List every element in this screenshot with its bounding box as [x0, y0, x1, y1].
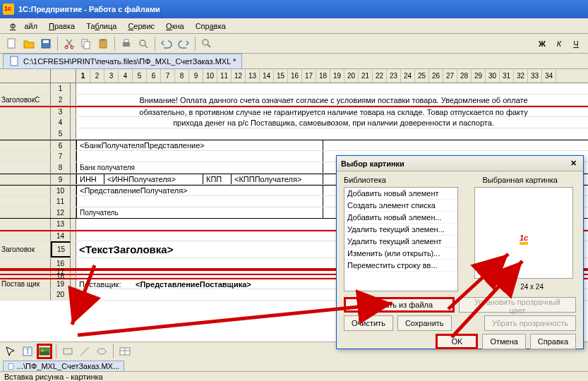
open-icon[interactable]: [21, 36, 37, 52]
save-image-button[interactable]: Сохранить: [397, 315, 452, 331]
zoom-icon[interactable]: [199, 36, 215, 52]
list-item[interactable]: Удалить текущий элемен...: [344, 224, 457, 236]
new-icon[interactable]: [4, 36, 20, 52]
svg-line-14: [208, 44, 210, 47]
save-icon[interactable]: [38, 36, 54, 52]
ellipse-icon[interactable]: [94, 344, 109, 359]
svg-rect-8: [101, 39, 105, 41]
window-titlebar: 1С:Предприятие - Работа с файлами: [0, 0, 588, 18]
statusbar: Вставка рисунка - картинка: [0, 371, 588, 381]
menu-service[interactable]: Сервис: [124, 20, 159, 32]
grid-row: 6 <БанкПолучателяПредставление>: [0, 140, 588, 151]
svg-line-21: [80, 347, 89, 356]
col-header[interactable]: 1: [76, 69, 90, 83]
list-item[interactable]: Изменить (или открыть)...: [344, 248, 457, 260]
svg-line-12: [145, 45, 148, 48]
menu-table[interactable]: Таблица: [82, 20, 121, 32]
list-item[interactable]: Переместить строку вв...: [344, 260, 457, 272]
preview-icon[interactable]: [136, 36, 151, 52]
svg-point-13: [203, 40, 208, 45]
cancel-button[interactable]: Отмена: [482, 334, 525, 349]
redo-icon[interactable]: [176, 36, 191, 52]
main-toolbar: Ж К Ч: [0, 34, 588, 54]
menu-edit[interactable]: Правка: [44, 20, 79, 32]
library-listbox[interactable]: Добавить новый элемент Создать элемент с…: [344, 187, 458, 291]
app-icon: [3, 4, 14, 15]
undo-icon[interactable]: [159, 36, 174, 52]
menu-help[interactable]: Справка: [191, 20, 230, 32]
choose-file-button[interactable]: Выбрать из файла: [344, 297, 455, 313]
svg-text:T: T: [25, 347, 30, 356]
grid-row: 5: [0, 128, 588, 140]
svg-rect-9: [123, 42, 130, 47]
svg-rect-2: [43, 40, 49, 43]
paste-icon[interactable]: [95, 36, 111, 52]
ruler-horizontal: 1 23456789101112131415161718192021222324…: [0, 69, 588, 83]
grid-row: 1: [0, 83, 588, 95]
library-label: Библиотека: [344, 176, 386, 184]
underline-icon[interactable]: Ч: [568, 36, 584, 52]
line-icon[interactable]: [77, 344, 92, 359]
grid-row: 3 обязательно, в противном случае не гар…: [0, 106, 588, 117]
svg-rect-6: [84, 42, 90, 49]
bottom-tab[interactable]: ...\ПФ_MXL_СчетЗаказ.MX...: [3, 361, 124, 372]
remove-transparent-button[interactable]: Убрать прозрачность: [484, 315, 576, 331]
italic-icon[interactable]: К: [551, 36, 567, 52]
dimensions-label: 24 x 24: [520, 283, 544, 291]
list-item[interactable]: Удалить текущий элемент: [344, 236, 457, 248]
grid-row: 4 прихода денег на р/с Поставщика, самов…: [0, 117, 588, 128]
list-item[interactable]: Создать элемент списка: [344, 200, 457, 212]
cut-icon[interactable]: [61, 36, 77, 52]
preview-box: 1c: [474, 187, 573, 279]
text-icon[interactable]: T: [20, 344, 35, 359]
selected-label: Выбранная картинка: [482, 176, 558, 184]
menubar: Файл Правка Таблица Сервис Окна Справка: [0, 18, 588, 34]
svg-rect-10: [124, 40, 128, 42]
bold-icon[interactable]: Ж: [534, 36, 550, 52]
clear-button[interactable]: Очистить: [344, 315, 393, 331]
doc-icon: [9, 56, 20, 67]
help-button[interactable]: Справка: [530, 334, 576, 349]
svg-rect-0: [8, 39, 15, 48]
menu-windows[interactable]: Окна: [162, 20, 188, 32]
doc-tab-bar: С:\1CFRESH\PRINT\печать.files\ПФ_MXL_Сче…: [0, 54, 588, 69]
image-icon[interactable]: [37, 344, 52, 359]
list-item[interactable]: Добавить новый элемен...: [344, 212, 457, 224]
dialog-titlebar[interactable]: Выбор картинки ✕: [337, 156, 583, 171]
image-picker-dialog: Выбор картинки ✕ Библиотека Выбранная ка…: [336, 155, 584, 349]
print-icon[interactable]: [119, 36, 134, 52]
pointer-icon[interactable]: [3, 344, 18, 359]
svg-point-11: [140, 40, 145, 46]
copy-icon[interactable]: [78, 36, 94, 52]
list-item[interactable]: Добавить новый элемент: [344, 188, 457, 200]
svg-point-22: [97, 349, 106, 354]
table-icon[interactable]: [117, 344, 133, 359]
logo-1c-icon: 1c: [520, 220, 528, 246]
ok-button[interactable]: OK: [436, 334, 478, 349]
doc-path: С:\1CFRESH\PRINT\печать.files\ПФ_MXL_Сче…: [23, 57, 236, 66]
set-transparent-button[interactable]: Установить прозрачный цвет: [459, 297, 576, 313]
close-icon[interactable]: ✕: [568, 159, 579, 169]
window-title: 1С:Предприятие - Работа с файлами: [18, 5, 160, 13]
svg-rect-20: [64, 349, 72, 354]
svg-rect-15: [11, 56, 18, 66]
menu-file[interactable]: Файл: [6, 20, 42, 32]
rect-icon[interactable]: [60, 344, 76, 359]
svg-rect-26: [8, 364, 13, 370]
grid-row: ЗаголовокС2 Внимание! Оплата данного сче…: [0, 95, 588, 106]
doc-tab[interactable]: С:\1CFRESH\PRINT\печать.files\ПФ_MXL_Сче…: [3, 54, 242, 69]
